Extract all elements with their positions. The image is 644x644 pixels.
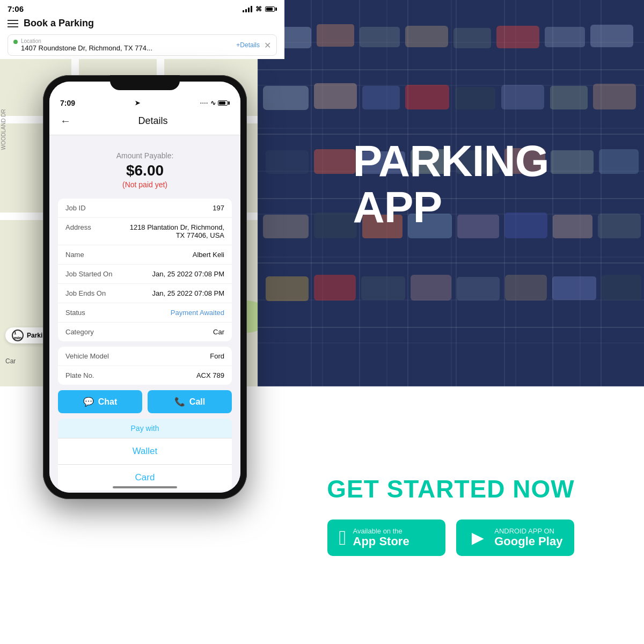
parking-title-line1: PARKING bbox=[353, 138, 548, 184]
location-text: Location 1407 Roundstone Dr, Richmond, T… bbox=[21, 38, 152, 52]
svg-rect-3 bbox=[405, 26, 448, 47]
detail-key-category: Category bbox=[65, 328, 94, 336]
call-button[interactable]: 📞 Call bbox=[148, 390, 232, 413]
get-started-title: GET STARTED NOW bbox=[327, 474, 574, 503]
svg-rect-22 bbox=[551, 150, 594, 174]
svg-rect-14 bbox=[550, 86, 588, 109]
right-panel: PARKING APP bbox=[258, 0, 644, 386]
amount-label: Amount Payable: bbox=[58, 151, 232, 160]
amount-value: $6.00 bbox=[58, 162, 232, 179]
signal-dots-icon: ···· bbox=[200, 100, 208, 106]
chat-button[interactable]: 💬 Chat bbox=[58, 390, 142, 413]
map-status-icons: ⌘ bbox=[243, 5, 277, 13]
menu-icon[interactable] bbox=[8, 20, 18, 27]
detail-row-vehicle-model: Vehicle Model Ford bbox=[58, 347, 232, 366]
svg-rect-6 bbox=[545, 27, 585, 47]
detail-row: Status Payment Awaited bbox=[58, 303, 232, 323]
location-left: Location 1407 Roundstone Dr, Richmond, T… bbox=[13, 38, 232, 52]
wifi-icon: ∿ bbox=[210, 99, 216, 107]
detail-val-name: Albert Keli bbox=[193, 251, 224, 259]
detail-key-name: Name bbox=[65, 251, 84, 259]
location-dot-icon bbox=[13, 40, 18, 44]
map-car-label: Car bbox=[5, 357, 16, 365]
svg-rect-37 bbox=[505, 275, 547, 301]
google-play-name: Google Play bbox=[494, 535, 562, 548]
pay-label: Pay with bbox=[58, 419, 232, 438]
detail-key-jobid: Job ID bbox=[65, 204, 86, 212]
details-link[interactable]: +Details bbox=[236, 41, 260, 49]
svg-rect-32 bbox=[266, 276, 309, 301]
detail-row: Category Car bbox=[58, 323, 232, 341]
svg-rect-10 bbox=[362, 86, 400, 109]
wallet-option[interactable]: Wallet bbox=[58, 438, 232, 464]
svg-rect-34 bbox=[361, 276, 405, 300]
google-play-button[interactable]: ► ANDROID APP ON Google Play bbox=[456, 519, 575, 555]
svg-rect-38 bbox=[552, 276, 596, 300]
detail-key-status: Status bbox=[65, 309, 85, 317]
apple-icon:  bbox=[339, 528, 347, 548]
map-time-badge: 1min bbox=[12, 330, 24, 341]
svg-rect-2 bbox=[360, 27, 400, 47]
chat-label: Chat bbox=[98, 397, 118, 407]
amount-status: (Not paid yet) bbox=[58, 180, 232, 189]
detail-row: Job Started On Jan, 25 2022 07:08 PM bbox=[58, 265, 232, 284]
play-icon: ► bbox=[468, 528, 488, 548]
detail-row: Job Ends On Jan, 25 2022 07:08 PM bbox=[58, 284, 232, 303]
detail-val-address: 1218 Plantation Dr, Richmond, TX 77406, … bbox=[129, 223, 224, 239]
back-button[interactable]: ← bbox=[60, 115, 71, 127]
map-header-title: Book a Parking bbox=[24, 18, 94, 29]
detail-section-vehicle: Vehicle Model Ford Plate No. ACX 789 bbox=[58, 347, 232, 385]
google-play-sub: ANDROID APP ON bbox=[494, 527, 562, 535]
detail-val-jobid: 197 bbox=[213, 204, 224, 212]
svg-rect-13 bbox=[501, 85, 544, 109]
svg-rect-4 bbox=[453, 28, 491, 48]
amount-section: Amount Payable: $6.00 (Not paid yet) bbox=[58, 144, 232, 193]
detail-val-plate: ACX 789 bbox=[196, 371, 224, 379]
location-bar[interactable]: Location 1407 Roundstone Dr, Richmond, T… bbox=[8, 34, 277, 56]
phone-screen-title: Details bbox=[76, 115, 230, 127]
phone-status-icons: ···· ∿ bbox=[200, 99, 230, 107]
app-store-text: Available on the App Store bbox=[353, 527, 409, 548]
location-label: Location bbox=[21, 38, 152, 44]
store-buttons:  Available on the App Store ► ANDROID A… bbox=[327, 519, 575, 555]
svg-rect-24 bbox=[263, 215, 309, 238]
battery-icon bbox=[218, 100, 230, 106]
svg-rect-15 bbox=[593, 84, 636, 109]
phone-location-icon: ➤ bbox=[135, 99, 140, 107]
phone-outer: 7:09 ➤ ···· ∿ ← Details bbox=[43, 75, 247, 499]
home-bar bbox=[113, 486, 177, 488]
map-time: 7:06 bbox=[8, 4, 24, 13]
app-store-sub: Available on the bbox=[353, 527, 409, 535]
detail-val-category: Car bbox=[213, 328, 224, 336]
map-top-bar: 7:06 ⌘ Book a Parking bbox=[0, 0, 284, 59]
detail-key-ends: Job Ends On bbox=[65, 289, 106, 297]
svg-rect-39 bbox=[602, 275, 641, 301]
app-store-button[interactable]:  Available on the App Store bbox=[327, 519, 445, 555]
svg-rect-12 bbox=[455, 87, 495, 109]
signal-icon bbox=[243, 6, 252, 12]
app-store-name: App Store bbox=[353, 535, 409, 548]
phone-notch bbox=[110, 75, 180, 90]
parking-app-title: PARKING APP bbox=[353, 138, 548, 230]
phone-header: ← Details bbox=[49, 109, 240, 135]
svg-rect-1 bbox=[317, 24, 354, 47]
detail-key-address: Address bbox=[65, 223, 91, 231]
svg-rect-7 bbox=[590, 25, 633, 47]
svg-rect-31 bbox=[598, 214, 641, 238]
detail-val-started: Jan, 25 2022 07:08 PM bbox=[152, 270, 224, 278]
detail-row: Name Albert Keli bbox=[58, 245, 232, 265]
detail-key-vmodel: Vehicle Model bbox=[65, 352, 109, 360]
detail-row: Job ID 197 bbox=[58, 199, 232, 218]
detail-row-plate: Plate No. ACX 789 bbox=[58, 366, 232, 385]
call-label: Call bbox=[189, 397, 205, 407]
svg-rect-5 bbox=[496, 26, 539, 48]
svg-rect-8 bbox=[263, 86, 309, 110]
svg-rect-33 bbox=[314, 275, 356, 301]
google-play-text: ANDROID APP ON Google Play bbox=[494, 527, 562, 548]
svg-rect-35 bbox=[411, 275, 451, 301]
close-icon[interactable]: ✕ bbox=[264, 40, 271, 50]
svg-rect-9 bbox=[314, 83, 357, 109]
map-status-bar: 7:06 ⌘ bbox=[8, 4, 277, 13]
phone-content[interactable]: Amount Payable: $6.00 (Not paid yet) Job… bbox=[49, 135, 240, 493]
detail-row: Address 1218 Plantation Dr, Richmond, TX… bbox=[58, 218, 232, 245]
